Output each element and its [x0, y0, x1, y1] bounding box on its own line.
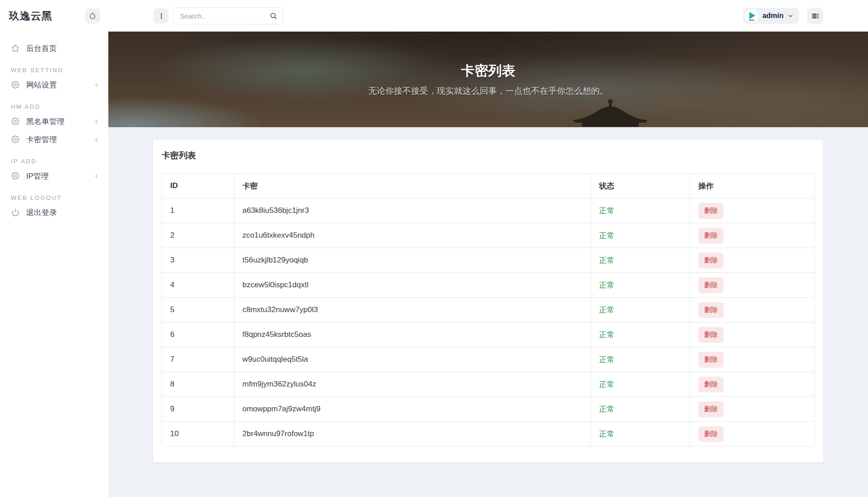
dots-vertical-icon: [158, 13, 165, 19]
status-cell: 正常: [591, 298, 690, 322]
row-id-cell: 7: [162, 347, 234, 372]
table-row: 5 c8mxtu32nuww7yp0l3 正常 删除: [162, 298, 815, 322]
sidebar-item-label: 黑名单管理: [26, 116, 65, 127]
sidebar-item-site-settings[interactable]: 网站设置: [0, 76, 108, 94]
sidebar-item-label: 后台首页: [26, 43, 57, 54]
action-cell: 删除: [690, 322, 815, 347]
table-row: 4 bzcew5l0ispc1dqxtl 正常 删除: [162, 273, 815, 298]
table-row: 8 mfm9jym362zylus04z 正常 删除: [162, 372, 815, 397]
page-title: 卡密列表: [461, 62, 515, 80]
content-area: 卡密列表 ID 卡密 状态 操作: [108, 127, 868, 497]
delete-button[interactable]: 删除: [698, 401, 724, 417]
status-cell: 正常: [591, 273, 690, 298]
sidebar-nav: 后台首页 WEB SETTING 网站设置 HM ADD: [0, 32, 108, 221]
row-id-cell: 4: [162, 273, 234, 298]
username-label: admin: [762, 12, 784, 20]
action-cell: 删除: [690, 372, 815, 397]
row-id-cell: 2: [162, 223, 234, 248]
pagoda-silhouette-icon: [572, 98, 649, 127]
chevron-left-icon: [93, 119, 99, 124]
status-badge: 正常: [599, 355, 614, 364]
delete-button[interactable]: 删除: [698, 327, 724, 343]
status-cell: 正常: [591, 397, 690, 422]
sidebar-item-blacklist[interactable]: 黑名单管理: [0, 112, 108, 130]
droplet-icon: [89, 12, 96, 19]
row-id-cell: 10: [162, 422, 234, 446]
status-badge: 正常: [599, 380, 614, 389]
status-cell: 正常: [591, 347, 690, 372]
card-key-cell: omowppm7aj9zw4mtj9: [234, 397, 591, 422]
user-menu-button[interactable]: admin: [743, 8, 799, 24]
status-cell: 正常: [591, 322, 690, 347]
status-badge: 正常: [599, 331, 614, 339]
search-box: [173, 7, 283, 24]
delete-button[interactable]: 删除: [698, 203, 724, 219]
delete-button[interactable]: 删除: [698, 352, 724, 368]
card-key-cell: bzcew5l0ispc1dqxtl: [234, 273, 591, 298]
row-id-cell: 9: [162, 397, 234, 422]
status-cell: 正常: [591, 198, 690, 223]
layout-toggle-button[interactable]: [807, 8, 823, 24]
kami-table: ID 卡密 状态 操作 1 a63k8iu536bjc1jnr3: [162, 173, 815, 446]
card-key-cell: 2br4wnnu97rofow1tp: [234, 422, 591, 446]
card-key-cell: f8qpnz45ksrbtc5oas: [234, 322, 591, 347]
hero-banner: 卡密列表 无论你接不接受，现实就这么回事，一点也不在乎你怎么想的。: [108, 32, 868, 127]
power-icon: [11, 208, 19, 216]
gear-icon: [11, 172, 19, 180]
delete-button[interactable]: 删除: [698, 302, 724, 318]
status-badge: 正常: [599, 207, 614, 215]
table-row: 1 a63k8iu536bjc1jnr3 正常 删除: [162, 198, 815, 223]
delete-button[interactable]: 删除: [698, 426, 724, 442]
action-cell: 删除: [690, 198, 815, 223]
gear-icon: [11, 135, 19, 143]
table-row: 9 omowppm7aj9zw4mtj9 正常 删除: [162, 397, 815, 422]
sidebar-item-label: IP管理: [26, 171, 49, 181]
sidebar-section-hm-add: HM ADD: [0, 103, 108, 110]
delete-button[interactable]: 删除: [698, 228, 724, 244]
gear-icon: [11, 117, 19, 125]
status-badge: 正常: [599, 306, 614, 314]
row-id-cell: 5: [162, 298, 234, 322]
header-status: 状态: [591, 174, 690, 198]
status-cell: 正常: [591, 372, 690, 397]
sidebar-header: 玖逸云黑: [0, 0, 108, 32]
sidebar-item-ip-manage[interactable]: IP管理: [0, 167, 108, 185]
table-header-row: ID 卡密 状态 操作: [162, 174, 815, 198]
sidebar-item-label: 卡密管理: [26, 134, 57, 145]
more-options-button[interactable]: [153, 8, 169, 23]
card-key-cell: a63k8iu536bjc1jnr3: [234, 198, 591, 223]
status-badge: 正常: [599, 231, 614, 240]
row-id-cell: 1: [162, 198, 234, 223]
topbar-right: admin: [743, 8, 823, 24]
avatar: [745, 9, 758, 23]
action-cell: 删除: [690, 223, 815, 248]
delete-button[interactable]: 删除: [698, 253, 724, 268]
card-key-cell: zco1u6txkexv45ndph: [234, 223, 591, 248]
sidebar-item-dashboard[interactable]: 后台首页: [0, 39, 108, 57]
kami-list-card: 卡密列表 ID 卡密 状态 操作: [153, 140, 823, 462]
action-cell: 删除: [690, 422, 815, 446]
delete-button[interactable]: 删除: [698, 277, 724, 293]
home-icon: [11, 44, 19, 52]
brand-logo-text: 玖逸云黑: [9, 9, 52, 23]
delete-button[interactable]: 删除: [698, 377, 724, 392]
header-actions: 操作: [690, 174, 815, 198]
main-area: admin: [108, 0, 868, 497]
sidebar-item-kami-manage[interactable]: 卡密管理: [0, 130, 108, 148]
page-subtitle: 无论你接不接受，现实就这么回事，一点也不在乎你怎么想的。: [368, 85, 608, 97]
status-badge: 正常: [599, 405, 614, 414]
table-row: 6 f8qpnz45ksrbtc5oas 正常 删除: [162, 322, 815, 347]
action-cell: 删除: [690, 248, 815, 273]
sidebar: 玖逸云黑 后台首页 WEB SETTING: [0, 0, 108, 497]
row-id-cell: 3: [162, 248, 234, 273]
card-key-cell: mfm9jym362zylus04z: [234, 372, 591, 397]
search-input[interactable]: [173, 7, 283, 24]
row-id-cell: 8: [162, 372, 234, 397]
action-cell: 删除: [690, 273, 815, 298]
sidebar-item-logout[interactable]: 退出登录: [0, 203, 108, 221]
sidebar-item-label: 网站设置: [26, 80, 57, 90]
table-row: 2 zco1u6txkexv45ndph 正常 删除: [162, 223, 815, 248]
sidebar-section-ip-add: IP ADD: [0, 158, 108, 165]
chevron-down-icon: [788, 13, 794, 19]
droplet-toggle-button[interactable]: [85, 8, 100, 23]
